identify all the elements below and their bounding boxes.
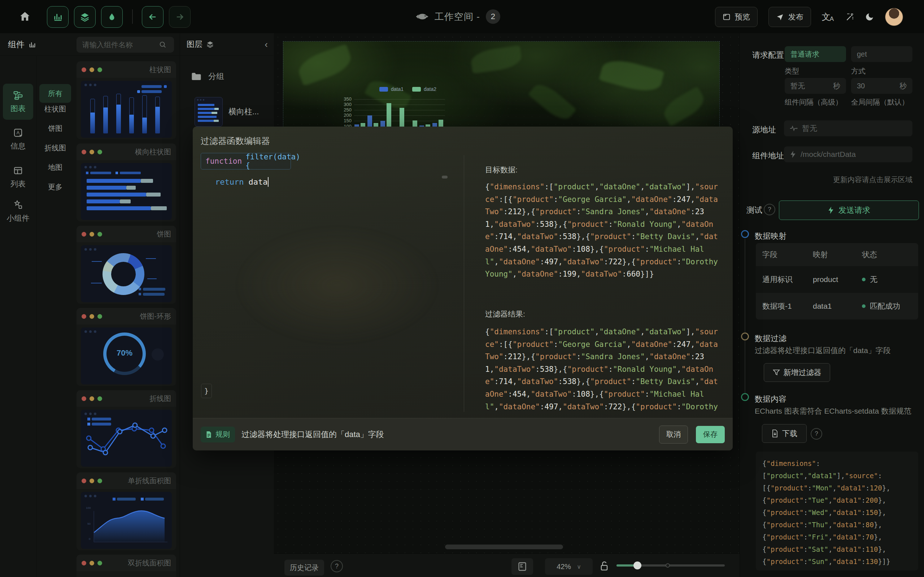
rule-text: 过滤器将处理接口返回值的「data」字段 — [241, 429, 384, 440]
component-search-input[interactable] — [82, 40, 159, 49]
type-label: 类型 — [785, 66, 799, 76]
svg-text:A: A — [16, 130, 20, 135]
category-column: 图表A信息列表小组件 — [0, 56, 36, 577]
card-window-dots — [82, 396, 102, 401]
content-node-icon — [741, 393, 749, 401]
target-data-json: {"dimensions":["product","dataOne","data… — [485, 181, 720, 281]
list-icon — [13, 165, 23, 176]
request-method-select[interactable]: get — [851, 46, 913, 62]
component-cards-column: 柱状图横向柱状图饼图饼图-环形70%折线图单折线面积图100500双折线面积图 — [74, 56, 180, 577]
filter-item-4[interactable]: 折线图 — [39, 139, 71, 157]
request-type-select[interactable]: 普通请求 — [785, 46, 846, 62]
editor-scrollbar-thumb[interactable] — [442, 176, 447, 179]
canvas-horizontal-scrollbar[interactable] — [445, 545, 563, 549]
canvas-bar-data2 — [412, 121, 417, 127]
filter-node-icon — [741, 332, 749, 340]
component-card-area[interactable]: 单折线面积图100500 — [76, 472, 176, 550]
sidebar-category-2[interactable]: A信息 — [3, 122, 33, 156]
filter-item-2[interactable]: 柱状图 — [39, 100, 71, 118]
component-search[interactable] — [76, 37, 174, 53]
canvas-bar-data1 — [367, 115, 372, 127]
mapping-table-row[interactable]: 通用标识product无 — [756, 266, 918, 293]
canvas-legend-data2[interactable]: data2 — [412, 86, 436, 92]
rule-badge: 规则 — [201, 427, 235, 443]
toggle-panel-button[interactable] — [512, 558, 533, 575]
zoom-slider[interactable] — [617, 564, 725, 567]
canvas-y-tick: 300 — [339, 102, 352, 107]
top-header: 工作空间 - 2 预览 发布 文A — [0, 0, 924, 33]
save-button[interactable]: 保存 — [696, 426, 725, 443]
mapping-title: 数据映射 — [755, 231, 787, 242]
download-help-icon[interactable]: ? — [811, 428, 822, 440]
sidebar-category-4[interactable]: 小组件 — [3, 194, 33, 228]
user-avatar[interactable] — [885, 8, 903, 26]
layers-mode-button[interactable] — [74, 6, 96, 28]
arrow-left-icon — [148, 12, 158, 22]
style-mode-button[interactable] — [101, 6, 123, 28]
canvas-legend-data1[interactable]: data1 — [380, 86, 404, 92]
component-card-line[interactable]: 折线图 — [76, 390, 176, 468]
data-config-panel: 请求配置 普通请求 get 类型 方式 暂无秒 30秒 组件间隔（高级） 全局间… — [740, 33, 924, 577]
card-window-dots — [82, 561, 102, 566]
send-request-button[interactable]: 发送请求 — [779, 200, 919, 220]
component-card-hbar[interactable]: 横向柱状图 — [76, 143, 176, 221]
mapping-table-row[interactable]: 数据项-1data1匹配成功 — [756, 293, 918, 319]
collapse-layers-icon[interactable]: ‹ — [265, 39, 268, 50]
source-addr-input[interactable]: 暂无 — [784, 121, 913, 136]
filter-column: 所有柱状图饼图折线图地图更多 — [36, 56, 74, 577]
filter-item-6[interactable]: 更多 — [39, 177, 71, 196]
component-card-ring[interactable]: 饼图-环形70% — [76, 308, 176, 386]
canvas-y-tick: 250 — [339, 107, 352, 113]
zoom-value: 42% — [557, 562, 571, 571]
request-config-label: 请求配置 — [752, 50, 784, 61]
magic-wand-icon[interactable] — [845, 12, 854, 22]
component-card-area2[interactable]: 双折线面积图 — [76, 554, 176, 577]
test-help-icon[interactable]: ? — [764, 204, 775, 215]
help-icon[interactable]: ? — [331, 560, 343, 572]
mapping-table: 字段映射状态通用标识product无数据项-1data1匹配成功 — [756, 243, 918, 319]
filter-item-5[interactable]: 地图 — [39, 158, 71, 177]
component-interval-input[interactable]: 暂无秒 — [785, 78, 846, 94]
card-title: 单折线面积图 — [128, 476, 171, 486]
zoom-select[interactable]: 42% ∨ — [545, 558, 593, 575]
card-title: 柱状图 — [149, 65, 171, 75]
card-window-dots — [82, 479, 102, 483]
preview-button[interactable]: 预览 — [715, 7, 758, 27]
history-button[interactable]: 历史记录 — [284, 560, 324, 575]
unlock-icon[interactable] — [599, 561, 609, 571]
home-icon[interactable] — [19, 10, 31, 23]
lightning-icon — [790, 150, 796, 158]
component-addr-input[interactable]: /mock/chartData — [784, 147, 913, 162]
canvas-gridline — [354, 105, 445, 105]
component-card-bar[interactable]: 柱状图 — [76, 61, 176, 139]
publish-button[interactable]: 发布 — [769, 7, 811, 27]
dark-mode-icon[interactable] — [865, 12, 874, 22]
canvas-background-image[interactable]: data1data2 350300250200150100 — [283, 41, 720, 127]
layer-group-item[interactable]: 分组 — [180, 68, 274, 85]
canvas-y-tick: 200 — [339, 113, 352, 118]
zoom-slider-thumb[interactable] — [633, 561, 641, 569]
global-interval-input[interactable]: 30秒 — [851, 78, 913, 94]
data-content-json[interactable]: {"dimensions": ["product","data1"],"sour… — [756, 451, 918, 571]
component-card-pie[interactable]: 饼图 — [76, 226, 176, 304]
undo-button[interactable] — [142, 6, 163, 28]
timeline-line — [745, 239, 745, 393]
filter-item-3[interactable]: 饼图 — [39, 119, 71, 138]
code-editor-line[interactable]: return data — [215, 177, 268, 187]
sidebar-category-3[interactable]: 列表 — [3, 160, 33, 194]
sidebar-category-1[interactable]: 图表 — [3, 84, 33, 120]
canvas-y-tick: 350 — [339, 96, 352, 102]
layer-item-hbar[interactable]: 横向柱... — [180, 94, 274, 130]
workspace-title: 工作空间 - — [435, 10, 480, 23]
add-filter-button[interactable]: 新增过滤器 — [764, 363, 830, 382]
filter-editor-modal: 过滤器函数编辑器 function filter(data) { return … — [193, 127, 733, 450]
filter-result-json: {"dimensions":["product","dataOne","data… — [485, 326, 720, 416]
bar-chart-small-icon — [28, 40, 36, 48]
language-icon[interactable]: 文A — [822, 11, 834, 23]
cancel-button[interactable]: 取消 — [659, 425, 688, 443]
card-window-dots — [82, 150, 102, 154]
download-button[interactable]: 下载 — [762, 424, 807, 443]
chart-mode-button[interactable] — [47, 6, 69, 28]
redo-button[interactable] — [169, 6, 191, 28]
data-filter-desc: 过滤器将处理接口返回值的「data」字段 — [755, 345, 891, 356]
